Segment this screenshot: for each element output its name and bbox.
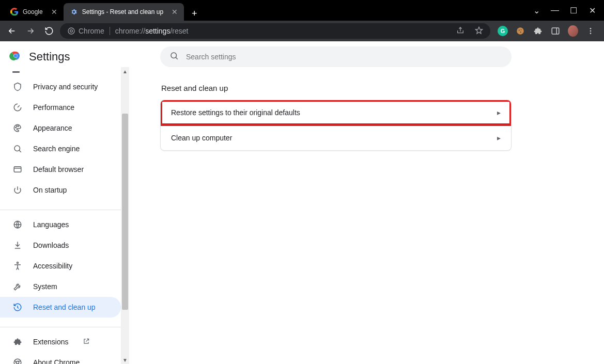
power-icon bbox=[12, 185, 23, 195]
sidebar-item-performance[interactable]: Performance bbox=[0, 97, 129, 118]
tab-google[interactable]: Google ✕ bbox=[4, 3, 64, 21]
close-icon[interactable]: ✕ bbox=[172, 8, 178, 16]
sidebar-item-default-browser[interactable]: Default browser bbox=[0, 159, 129, 180]
clean-up-computer-row[interactable]: Clean up computer ▸ bbox=[161, 125, 511, 150]
tab-settings[interactable]: Settings - Reset and clean up ✕ bbox=[64, 3, 184, 21]
sidebar-item-on-startup[interactable]: On startup bbox=[0, 180, 129, 200]
svg-point-16 bbox=[17, 126, 18, 127]
scrollbar-thumb[interactable] bbox=[122, 114, 128, 310]
sidebar-item-reset[interactable]: Reset and clean up bbox=[0, 297, 121, 318]
scroll-up-icon[interactable]: ▲ bbox=[121, 67, 129, 75]
forward-button[interactable] bbox=[23, 23, 38, 39]
sidebar-item-label: Extensions bbox=[33, 338, 68, 346]
svg-rect-6 bbox=[552, 28, 559, 34]
sidebar-item-label: Appearance bbox=[33, 124, 72, 132]
window-titlebar: Google ✕ Settings - Reset and clean up ✕… bbox=[0, 0, 604, 21]
svg-point-5 bbox=[520, 31, 521, 33]
tab-google-title: Google bbox=[23, 8, 43, 15]
svg-point-2 bbox=[517, 27, 524, 35]
scroll-down-icon[interactable]: ▼ bbox=[121, 356, 129, 364]
gear-icon bbox=[70, 8, 78, 16]
sidebar-item-label: Privacy and security bbox=[33, 83, 98, 91]
sidebar-item-label: Search engine bbox=[33, 145, 80, 153]
history-icon bbox=[12, 302, 23, 312]
search-settings-input[interactable] bbox=[186, 53, 502, 61]
sidebar-section-3: Extensions About Chrome bbox=[0, 331, 129, 364]
reset-cleanup-card: Restore settings to their original defau… bbox=[160, 100, 512, 151]
sidebar-item-search-engine[interactable]: Search engine bbox=[0, 138, 129, 159]
sidebar-item-accessibility[interactable]: Accessibility bbox=[0, 256, 129, 276]
window-controls: ⌄ ― ☐ ✕ bbox=[532, 6, 604, 15]
bookmark-star-icon[interactable] bbox=[475, 26, 483, 36]
address-bar[interactable]: Chrome chrome://settings/reset bbox=[60, 23, 490, 39]
grammarly-icon[interactable]: G bbox=[498, 26, 508, 36]
sidebar-section-1: Privacy and security Performance Appeara… bbox=[0, 76, 129, 205]
restore-defaults-row[interactable]: Restore settings to their original defau… bbox=[161, 100, 511, 125]
svg-point-10 bbox=[590, 33, 592, 34]
svg-point-15 bbox=[16, 127, 17, 128]
sidebar-item-extensions[interactable]: Extensions bbox=[0, 331, 129, 352]
sidebar-item-languages[interactable]: Languages bbox=[0, 214, 129, 235]
accessibility-icon bbox=[12, 261, 23, 271]
globe-icon bbox=[12, 219, 23, 230]
sidebar-item-label: Languages bbox=[33, 220, 69, 229]
close-icon[interactable]: ✕ bbox=[51, 8, 57, 16]
svg-rect-19 bbox=[14, 167, 21, 172]
sidebar-scrollbar[interactable]: ▲ ▼ bbox=[121, 67, 129, 364]
svg-point-0 bbox=[68, 28, 74, 34]
sidebar-header: Settings bbox=[0, 41, 129, 70]
svg-point-8 bbox=[590, 28, 592, 29]
back-button[interactable] bbox=[4, 23, 20, 39]
svg-point-4 bbox=[521, 29, 522, 30]
sidebar-divider bbox=[0, 327, 129, 327]
sidebar-item-label: System bbox=[33, 282, 57, 291]
svg-point-1 bbox=[70, 30, 73, 33]
extensions-puzzle-icon[interactable] bbox=[533, 26, 543, 36]
sidebar-item-label: Reset and clean up bbox=[33, 303, 96, 311]
settings-page: Settings Privacy and security Performanc… bbox=[0, 41, 604, 364]
search-settings-box[interactable] bbox=[160, 46, 512, 67]
url-text: chrome://settings/reset bbox=[115, 27, 189, 35]
reload-button[interactable] bbox=[41, 23, 57, 39]
sidebar-item-privacy[interactable]: Privacy and security bbox=[0, 76, 129, 97]
sidepanel-icon[interactable] bbox=[550, 26, 561, 36]
wrench-icon bbox=[12, 281, 23, 292]
sidebar-item-label: Default browser bbox=[33, 165, 84, 173]
svg-point-3 bbox=[519, 30, 520, 31]
share-icon[interactable] bbox=[456, 26, 464, 36]
new-tab-button[interactable]: + bbox=[187, 6, 202, 21]
svg-point-18 bbox=[14, 146, 20, 151]
chrome-menu-button[interactable] bbox=[585, 26, 596, 36]
sidebar-collapsed-item[interactable] bbox=[12, 70, 129, 73]
sidebar-item-system[interactable]: System bbox=[0, 276, 129, 297]
sidebar-item-label: Accessibility bbox=[33, 262, 72, 270]
close-window-button[interactable]: ✕ bbox=[587, 6, 597, 15]
chrome-label: Chrome bbox=[79, 27, 104, 35]
profile-avatar[interactable] bbox=[568, 26, 578, 36]
gauge-icon bbox=[12, 102, 23, 113]
download-icon bbox=[12, 240, 23, 250]
sidebar-item-label: Performance bbox=[33, 103, 74, 112]
search-icon bbox=[12, 144, 23, 154]
sidebar-item-label: On startup bbox=[33, 186, 67, 194]
sidebar-item-downloads[interactable]: Downloads bbox=[0, 235, 129, 256]
browser-icon bbox=[12, 164, 23, 175]
maximize-button[interactable]: ☐ bbox=[569, 6, 578, 15]
minimize-button[interactable]: ― bbox=[550, 6, 560, 15]
chrome-logo-icon bbox=[9, 50, 22, 64]
search-icon bbox=[169, 51, 179, 62]
svg-point-25 bbox=[171, 53, 177, 58]
settings-sidebar: Settings Privacy and security Performanc… bbox=[0, 41, 129, 364]
chevron-right-icon: ▸ bbox=[497, 108, 501, 117]
chevron-right-icon: ▸ bbox=[497, 134, 501, 142]
chevron-down-icon[interactable]: ⌄ bbox=[532, 6, 541, 15]
site-info-chip[interactable]: Chrome bbox=[67, 27, 104, 35]
svg-point-9 bbox=[590, 30, 592, 32]
cookie-icon[interactable] bbox=[515, 26, 525, 36]
tab-strip: Google ✕ Settings - Reset and clean up ✕… bbox=[0, 0, 202, 21]
sidebar-item-about[interactable]: About Chrome bbox=[0, 352, 129, 364]
sidebar-section-2: Languages Downloads Accessibility System… bbox=[0, 214, 129, 323]
extension-icons: G bbox=[493, 26, 600, 36]
sidebar-item-label: About Chrome bbox=[33, 358, 80, 364]
sidebar-item-appearance[interactable]: Appearance bbox=[0, 118, 129, 138]
